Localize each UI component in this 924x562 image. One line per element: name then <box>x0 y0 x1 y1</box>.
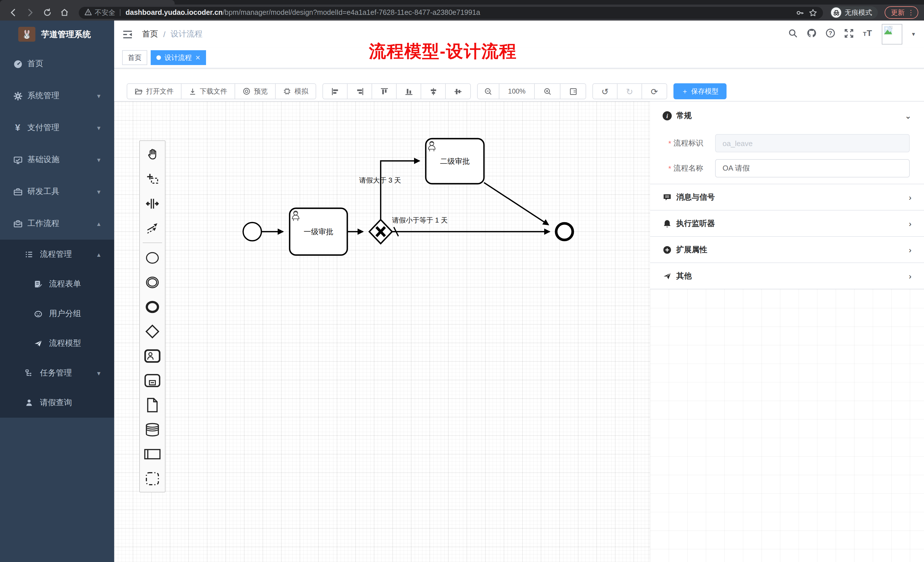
data-store-icon[interactable] <box>140 417 165 442</box>
process-name-input[interactable] <box>715 159 910 177</box>
user-task-icon[interactable] <box>140 343 165 368</box>
address-bar[interactable]: 不安全 dashboard.yudao.iocoder.cn/bpm/manag… <box>79 7 823 18</box>
sidebar-item-payment[interactable]: ¥ 支付管理 ▼ <box>0 112 114 144</box>
download-file-button[interactable]: 下载文件 <box>182 84 235 99</box>
sidebar-item-system[interactable]: 系统管理 ▼ <box>0 80 114 112</box>
user-task-level1[interactable]: 一级审批 <box>290 208 347 255</box>
align-bottom-button[interactable] <box>397 84 421 99</box>
simulate-button[interactable]: 模拟 <box>276 84 316 99</box>
home-button[interactable] <box>57 6 72 19</box>
toolbox-icon <box>12 187 23 196</box>
screen: 不安全 dashboard.yudao.iocoder.cn/bpm/manag… <box>0 0 924 562</box>
github-icon[interactable] <box>806 28 817 40</box>
bpmn-canvas[interactable]: 请假大于 3 天 请假小于等于 1 天 一级审批 <box>114 101 924 562</box>
sidebar-item-task-mgmt[interactable]: 任务管理 ▼ <box>0 358 114 388</box>
person-icon <box>24 398 34 408</box>
message-icon <box>663 193 672 202</box>
gateway-icon[interactable] <box>140 319 165 343</box>
app-header: 首页 / 设计流程 ? <box>114 21 924 48</box>
end-event[interactable] <box>556 223 573 240</box>
save-model-button[interactable]: ＋ 保存模型 <box>674 83 726 99</box>
browser-menu-icon[interactable]: ⋮ <box>908 9 914 16</box>
bookmark-star-icon[interactable] <box>809 8 817 17</box>
global-connect-icon[interactable] <box>140 216 165 240</box>
zoom-in-button[interactable] <box>535 84 561 99</box>
section-messages-signals[interactable]: 消息与信号 › <box>650 184 924 211</box>
data-object-icon[interactable] <box>140 393 165 417</box>
intermediate-event-icon[interactable] <box>140 270 165 294</box>
browser-update-button[interactable]: 更新 ⋮ <box>885 6 918 19</box>
sidebar-item-process-form[interactable]: 流程表单 <box>0 269 114 299</box>
yen-icon: ¥ <box>12 123 23 133</box>
end-event-icon[interactable] <box>140 294 165 319</box>
exclusive-gateway[interactable] <box>369 220 392 244</box>
align-right-button[interactable] <box>348 84 372 99</box>
fit-viewport-button[interactable] <box>561 84 585 99</box>
back-button[interactable] <box>6 6 21 19</box>
group-icon[interactable] <box>140 466 165 491</box>
bell-icon <box>663 219 672 228</box>
open-file-button[interactable]: 打开文件 <box>127 84 182 99</box>
breadcrumb-home[interactable]: 首页 <box>142 29 158 39</box>
hand-tool-icon[interactable] <box>140 142 165 166</box>
caret-down-icon[interactable]: ▼ <box>911 31 916 37</box>
redo-button[interactable]: ↻ <box>618 84 642 99</box>
key-icon[interactable] <box>796 8 804 17</box>
browser-active-tab[interactable] <box>0 0 175 4</box>
tab-design[interactable]: 设计流程 ✕ <box>151 50 206 65</box>
avatar[interactable] <box>882 24 902 45</box>
align-left-button[interactable] <box>323 84 348 99</box>
section-general[interactable]: i 常规 ⌄ <box>650 102 924 129</box>
process-key-input[interactable] <box>715 134 910 152</box>
sidebar-item-devtools[interactable]: 研发工具 ▼ <box>0 176 114 208</box>
user-task-level2[interactable]: 二级审批 <box>426 139 484 184</box>
align-top-button[interactable] <box>372 84 397 99</box>
panel-empty-area <box>650 289 924 562</box>
form-edit-icon <box>33 280 44 289</box>
close-icon[interactable]: ✕ <box>195 54 200 61</box>
forward-button[interactable] <box>23 6 38 19</box>
sidebar-fold-icon[interactable] <box>122 29 133 39</box>
font-size-icon[interactable]: TT <box>862 28 873 40</box>
sidebar-item-workflow[interactable]: 工作流程 ▲ <box>0 208 114 240</box>
gear-icon <box>12 91 23 101</box>
section-extended-properties[interactable]: 扩展属性 › <box>650 237 924 263</box>
preview-button[interactable]: 预览 <box>235 84 276 99</box>
bpmn-diagram[interactable]: 请假大于 3 天 请假小于等于 1 天 一级审批 <box>114 102 651 562</box>
align-center-button[interactable] <box>421 84 446 99</box>
security-warning-icon[interactable] <box>84 9 92 16</box>
restart-button[interactable]: ⟳ <box>642 84 667 99</box>
fullscreen-icon[interactable] <box>844 28 854 40</box>
chevron-down-icon[interactable]: ⌄ <box>905 111 912 120</box>
search-icon[interactable] <box>788 28 798 40</box>
reload-button[interactable] <box>40 6 55 19</box>
lasso-tool-icon[interactable] <box>140 166 165 191</box>
start-event-icon[interactable] <box>140 245 165 270</box>
start-event[interactable] <box>243 223 261 241</box>
app-logo-row[interactable]: 🐰 芋道管理系统 <box>0 21 114 48</box>
sidebar-item-user-group[interactable]: 用户分组 <box>0 299 114 329</box>
undo-button[interactable]: ↺ <box>593 84 618 99</box>
help-icon[interactable]: ? <box>825 28 836 40</box>
security-label[interactable]: 不安全 <box>95 8 115 17</box>
sidebar-item-home[interactable]: 首页 <box>0 48 114 80</box>
sidebar-item-process-mgmt[interactable]: 流程管理 ▲ <box>0 240 114 269</box>
section-execution-listeners[interactable]: 执行监听器 › <box>650 211 924 237</box>
url-divider <box>120 9 120 16</box>
breadcrumb: 首页 / 设计流程 <box>142 29 202 39</box>
section-other[interactable]: 其他 › <box>650 263 924 289</box>
zoom-out-button[interactable] <box>478 84 500 99</box>
sidebar-item-process-model[interactable]: 流程模型 <box>0 329 114 358</box>
sub-process-icon[interactable] <box>140 368 165 393</box>
tab-home[interactable]: 首页 <box>122 50 147 65</box>
url-text[interactable]: dashboard.yudao.iocoder.cn/bpm/manager/m… <box>126 9 791 16</box>
participant-pool-icon[interactable] <box>140 442 165 466</box>
sidebar-item-leave-query[interactable]: 请假查询 <box>0 388 114 418</box>
designer-workspace: 打开文件 下载文件 预览 模拟 <box>114 69 924 562</box>
space-tool-icon[interactable] <box>140 191 165 216</box>
align-middle-button[interactable] <box>446 84 470 99</box>
chevron-up-icon: ▲ <box>96 251 102 258</box>
flow-label[interactable]: 请假大于 3 天 <box>359 176 401 184</box>
sidebar-item-infra[interactable]: 基础设施 ▼ <box>0 144 114 176</box>
flow-label[interactable]: 请假小于等于 1 天 <box>392 216 448 224</box>
